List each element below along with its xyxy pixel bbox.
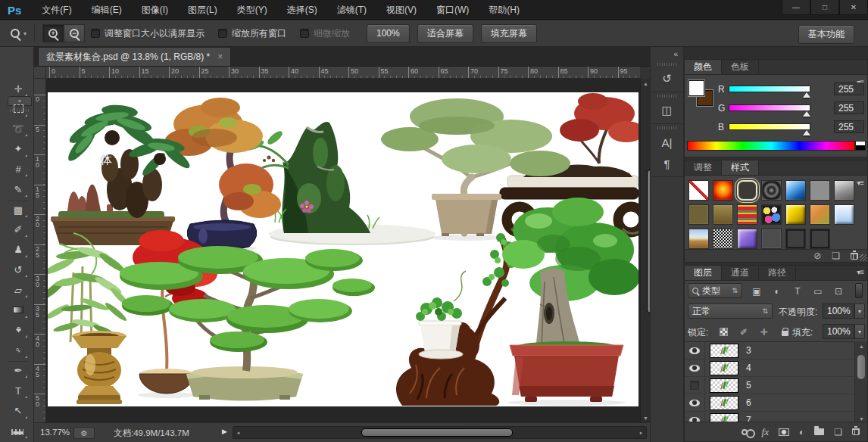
option-checkbox-1[interactable]: 缩放所有窗口	[218, 27, 286, 40]
maximize-button[interactable]: □	[810, 0, 839, 15]
panel-menu-icon[interactable]: ▾≡	[857, 268, 863, 276]
style-swatch-4[interactable]	[761, 180, 782, 201]
lock-image-icon[interactable]: ✐	[737, 325, 751, 338]
style-swatch-15[interactable]	[688, 229, 709, 249]
style-swatch-6[interactable]	[810, 180, 830, 201]
layer-row[interactable]: 3	[685, 342, 856, 360]
pen-tool[interactable]: ✒	[8, 361, 29, 379]
document-canvas[interactable]: 体	[48, 92, 639, 406]
channel-value[interactable]: 255	[834, 120, 864, 133]
checkbox-icon[interactable]	[218, 29, 227, 38]
style-swatch-18[interactable]	[761, 229, 782, 249]
eye-icon[interactable]	[689, 365, 700, 372]
menu-item-9[interactable]: 帮助(H)	[479, 0, 529, 20]
channel-slider[interactable]	[729, 123, 810, 130]
layer-row[interactable]: 5	[685, 377, 856, 394]
horizontal-scrollbar-thumb[interactable]	[361, 428, 513, 437]
slider-thumb-icon[interactable]	[803, 92, 810, 98]
delete-layer-icon[interactable]	[852, 428, 860, 435]
close-button[interactable]: ✕	[839, 0, 868, 15]
status-zoom-level[interactable]: 13.77%	[40, 428, 70, 437]
blend-mode-dropdown[interactable]: 正常 ⇅	[688, 303, 773, 319]
status-document-info[interactable]: 文档:49.9M/143.7M	[114, 428, 189, 439]
menu-item-8[interactable]: 窗口(W)	[426, 0, 479, 20]
status-gear-icon[interactable]: ⚙	[73, 427, 95, 439]
layer-thumbnail[interactable]	[710, 344, 738, 358]
zoom-in-button[interactable]: +	[42, 24, 64, 42]
document-tab[interactable]: 盆景素材集合.psd @ 13.8% (1, RGB/8) * ×	[38, 47, 231, 66]
channel-value[interactable]: 255	[834, 82, 864, 95]
clone-stamp-tool[interactable]: ♟	[8, 241, 29, 259]
tool-preset-picker[interactable]: ▾	[0, 24, 35, 42]
foreground-color-swatch[interactable]	[688, 80, 704, 96]
chevron-down-icon[interactable]: ▾	[23, 30, 27, 37]
move-tool[interactable]: ✛	[8, 79, 29, 98]
3d-panel-icon[interactable]: ◫	[657, 102, 677, 119]
clear-style-icon[interactable]: ⊘	[813, 251, 821, 261]
canvas-pasteboard[interactable]: 体	[46, 79, 640, 422]
scroll-left-icon[interactable]: ◂	[233, 427, 243, 438]
menu-item-4[interactable]: 类型(Y)	[227, 0, 277, 20]
scroll-up-icon[interactable]: ▲	[855, 341, 868, 350]
panel-menu-icon[interactable]: ▾≡	[857, 179, 863, 187]
delete-style-icon[interactable]	[851, 253, 858, 260]
spectrum-bw-swatch[interactable]	[855, 141, 866, 151]
gradient-tool[interactable]	[8, 301, 29, 319]
layer-thumbnail[interactable]	[710, 378, 738, 393]
new-style-icon[interactable]: ❏	[832, 251, 840, 261]
style-swatch-2[interactable]	[713, 180, 733, 201]
lock-transparency-icon[interactable]	[717, 325, 730, 338]
menu-item-1[interactable]: 编辑(E)	[82, 0, 132, 20]
style-swatch-16[interactable]	[713, 229, 733, 249]
channel-value[interactable]: 255	[834, 101, 864, 114]
history-panel-icon[interactable]: ↺	[657, 70, 677, 87]
eyedropper-tool[interactable]: ✎	[8, 180, 29, 198]
link-layers-icon[interactable]	[742, 429, 752, 435]
layer-thumbnail[interactable]	[710, 396, 738, 410]
healing-brush-tool[interactable]: ▩	[8, 201, 29, 219]
filter-type-layers-icon[interactable]: T	[791, 285, 804, 297]
layers-tab-图层[interactable]: 图层	[685, 266, 722, 280]
layer-name[interactable]: 5	[746, 380, 751, 391]
layer-scrollbar-thumb[interactable]	[857, 355, 865, 379]
blur-tool[interactable]: ♠	[8, 321, 29, 339]
layer-visibility-cell[interactable]	[685, 377, 705, 394]
checkbox-icon[interactable]	[91, 29, 100, 38]
opacity-dropdown-arrow[interactable]: ▾	[854, 303, 865, 319]
layer-list-scrollbar[interactable]: ▲ ▼	[854, 341, 867, 423]
magic-wand-tool[interactable]: ✦	[8, 140, 29, 158]
adjustment-layer-icon[interactable]: ◐	[799, 427, 804, 437]
panel-resize-grip[interactable]	[860, 254, 866, 261]
layer-visibility-cell[interactable]	[685, 342, 705, 360]
layer-thumbnail[interactable]	[710, 361, 738, 375]
dodge-tool[interactable]: ♀	[8, 341, 29, 360]
option-checkbox-0[interactable]: 调整窗口大小以满屏显示	[91, 27, 205, 40]
color-spectrum-ramp[interactable]	[687, 141, 855, 151]
eye-icon[interactable]	[689, 347, 700, 354]
character-panel-icon[interactable]: A|	[657, 134, 677, 151]
style-swatch-11[interactable]	[761, 204, 782, 225]
filter-adjustment-layers-icon[interactable]: ◐	[770, 285, 784, 297]
style-swatch-9[interactable]	[713, 204, 733, 225]
slider-thumb-icon[interactable]	[803, 130, 810, 135]
menu-item-5[interactable]: 选择(S)	[277, 0, 327, 20]
style-swatch-7[interactable]	[834, 180, 854, 201]
eye-icon[interactable]	[689, 400, 700, 406]
paragraph-panel-icon[interactable]: ¶	[657, 155, 677, 172]
layer-name[interactable]: 4	[746, 363, 751, 373]
opacity-value[interactable]: 100%	[823, 303, 854, 319]
layer-filter-dropdown[interactable]: 类型 ⇅	[688, 283, 742, 298]
menu-item-7[interactable]: 视图(V)	[376, 0, 426, 20]
scroll-right-icon[interactable]: ▸	[636, 427, 646, 438]
minimize-button[interactable]: —	[782, 0, 810, 15]
close-tab-icon[interactable]: ×	[217, 51, 223, 62]
history-brush-tool[interactable]: ↺	[8, 260, 29, 279]
new-layer-icon[interactable]: ❏	[834, 427, 842, 437]
view-button-2[interactable]: 填充屏幕	[481, 24, 537, 43]
menu-item-2[interactable]: 图像(I)	[132, 0, 178, 20]
type-tool[interactable]: T	[8, 381, 29, 400]
crop-tool[interactable]: #	[8, 160, 29, 178]
path-selection-tool[interactable]: ↖	[8, 402, 29, 420]
layers-tab-路径[interactable]: 路径	[759, 266, 796, 280]
filter-shape-layers-icon[interactable]: ▭	[811, 285, 825, 297]
